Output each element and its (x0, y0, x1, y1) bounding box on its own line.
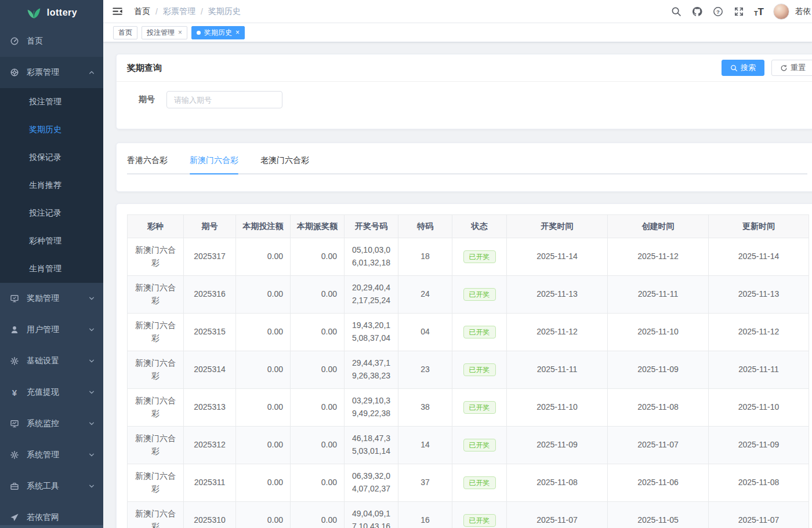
cell-draw_time: 2025-11-07 (507, 502, 608, 528)
settings-icon (9, 356, 20, 366)
user-avatar[interactable] (773, 3, 789, 20)
sidebar-item-recharge-withdraw[interactable]: ¥充值提现 (0, 377, 103, 408)
font-size-icon[interactable]: TT (754, 7, 764, 17)
sidebar-item-home[interactable]: 首页 (0, 26, 103, 57)
sidebar-item-label: 用户管理 (27, 325, 88, 335)
fullscreen-icon[interactable] (733, 6, 745, 17)
status-badge: 已开奖 (463, 401, 496, 414)
cell-create_time: 2025-11-08 (608, 389, 709, 427)
sidebar-toggle-icon[interactable] (112, 6, 124, 17)
chevron-down-icon (88, 358, 95, 365)
tag-period-history[interactable]: 奖期历史× (191, 26, 245, 39)
cell-special: 38 (398, 389, 452, 427)
column-header-numbers: 开奖号码 (345, 215, 398, 238)
sidebar-item-bet-records[interactable]: 投注记录 (0, 199, 103, 227)
active-tag-dot (197, 31, 201, 35)
cell-create_time: 2025-11-12 (608, 238, 709, 276)
status-badge: 已开奖 (463, 288, 496, 301)
sidebar-item-user-management[interactable]: 用户管理 (0, 314, 103, 345)
tab-old-macau-lottery[interactable]: 老澳门六合彩 (260, 155, 309, 173)
sidebar-item-system-management[interactable]: 系统管理 (0, 439, 103, 471)
column-header-payout_amount: 本期派奖额 (291, 215, 345, 238)
help-icon[interactable]: ? (712, 6, 724, 17)
logo-text: lottery (47, 8, 77, 18)
send-icon (9, 512, 20, 523)
cell-period: 2025313 (184, 389, 236, 427)
column-header-update_time: 更新时间 (709, 215, 809, 238)
cell-update_time: 2025-11-14 (709, 238, 809, 276)
sidebar-item-period-history[interactable]: 奖期历史 (0, 116, 103, 144)
sidebar-item-insure-records[interactable]: 投保记录 (0, 144, 103, 172)
chevron-down-icon (88, 451, 95, 458)
cell-special: 23 (398, 351, 452, 389)
sidebar-item-reward-management[interactable]: 奖励管理 (0, 283, 103, 314)
sidebar-item-system-monitor[interactable]: 系统监控 (0, 408, 103, 439)
tab-hk-lottery[interactable]: 香港六合彩 (127, 155, 168, 173)
search-form: 期号 (117, 82, 812, 108)
cell-status: 已开奖 (452, 389, 507, 427)
cell-draw_time: 2025-11-12 (507, 314, 608, 351)
logo[interactable]: lottery (0, 0, 103, 26)
cell-draw_time: 2025-11-14 (507, 238, 608, 276)
cell-payout_amount: 0.00 (291, 314, 345, 351)
table-row: 新澳门六合彩20253160.000.0020,29,40,42,17,25,2… (128, 276, 809, 314)
sidebar-item-zodiac-recommend[interactable]: 生肖推荐 (0, 172, 103, 199)
sidebar-item-label: 若依官网 (27, 512, 95, 523)
cell-lottery: 新澳门六合彩 (128, 502, 184, 528)
lottery-tabs-card: 香港六合彩新澳门六合彩老澳门六合彩 (116, 143, 812, 192)
tag-label: 投注管理 (147, 28, 175, 38)
cell-numbers: 03,29,10,39,49,22,38 (345, 389, 398, 427)
user-name[interactable]: 若依 (795, 6, 811, 17)
status-badge: 已开奖 (463, 326, 496, 338)
sidebar-item-system-tools[interactable]: 系统工具 (0, 471, 103, 502)
search-button[interactable]: 搜索 (722, 60, 764, 76)
cell-bet_amount: 0.00 (236, 351, 291, 389)
reset-button[interactable]: 重置 (771, 60, 812, 76)
cell-numbers: 20,29,40,42,17,25,24 (345, 276, 398, 314)
navbar-actions: ? TT 若依 (670, 0, 812, 23)
svg-text:?: ? (716, 9, 720, 15)
column-header-create_time: 创建时间 (608, 215, 709, 238)
cell-status: 已开奖 (452, 276, 507, 314)
sidebar-item-ruoyi-website[interactable]: 若依官网 (0, 502, 103, 528)
table-header-row: 彩种期号本期投注额本期派奖额开奖号码特码状态开奖时间创建时间更新时间 (128, 215, 809, 238)
tag-close-icon[interactable]: × (235, 29, 240, 36)
cell-lottery: 新澳门六合彩 (128, 238, 184, 276)
cell-draw_time: 2025-11-08 (507, 464, 608, 502)
search-icon[interactable] (670, 6, 682, 17)
tab-new-macau-lottery[interactable]: 新澳门六合彩 (190, 155, 238, 173)
tag-home[interactable]: 首页 (113, 26, 137, 39)
cell-update_time: 2025-11-12 (709, 314, 809, 351)
cell-status: 已开奖 (452, 238, 507, 276)
github-icon[interactable] (691, 6, 703, 17)
cell-special: 24 (398, 276, 452, 314)
tag-close-icon[interactable]: × (178, 29, 182, 36)
cell-numbers: 29,44,37,19,26,38,23 (345, 351, 398, 389)
cell-create_time: 2025-11-10 (608, 314, 709, 351)
chevron-down-icon (88, 420, 95, 427)
breadcrumb-item[interactable]: 首页 (134, 6, 150, 17)
status-badge: 已开奖 (463, 439, 496, 451)
sidebar-item-label: 基础设置 (27, 356, 88, 366)
cell-special: 16 (398, 502, 452, 528)
search-card-header: 奖期查询 搜索 重置 (117, 54, 812, 82)
sidebar-item-lottery-management[interactable]: 彩票管理 (0, 57, 103, 88)
period-input[interactable] (166, 91, 282, 108)
sidebar-item-zodiac-management[interactable]: 生肖管理 (0, 255, 103, 283)
cell-payout_amount: 0.00 (291, 238, 345, 276)
sidebar-item-lottery-type-management[interactable]: 彩种管理 (0, 227, 103, 255)
cell-create_time: 2025-11-06 (608, 464, 709, 502)
cell-period: 2025311 (184, 464, 236, 502)
cell-numbers: 19,43,20,15,08,37,04 (345, 314, 398, 351)
breadcrumb-item: 彩票管理 (163, 6, 195, 17)
cell-status: 已开奖 (452, 464, 507, 502)
sidebar-item-bet-management[interactable]: 投注管理 (0, 88, 103, 116)
tag-bet-management[interactable]: 投注管理× (142, 26, 187, 39)
cell-bet_amount: 0.00 (236, 276, 291, 314)
table-row: 新澳门六合彩20253120.000.0046,18,47,35,03,01,1… (128, 427, 809, 464)
table-card: 彩种期号本期投注额本期派奖额开奖号码特码状态开奖时间创建时间更新时间新澳门六合彩… (116, 203, 812, 528)
tag-label: 奖期历史 (204, 28, 232, 38)
sidebar-item-basic-settings[interactable]: 基础设置 (0, 345, 103, 377)
lottery-tabs: 香港六合彩新澳门六合彩老澳门六合彩 (127, 155, 807, 174)
cell-special: 18 (398, 238, 452, 276)
